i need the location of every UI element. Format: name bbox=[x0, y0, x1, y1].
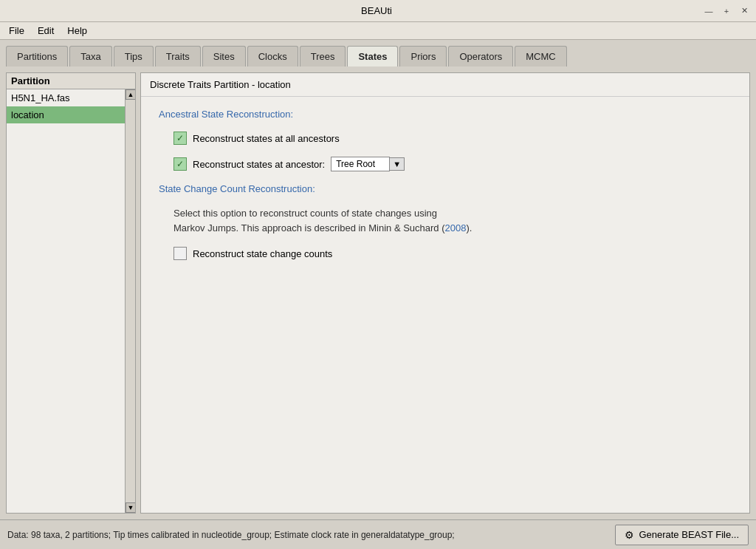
menu-bar: File Edit Help bbox=[0, 22, 756, 40]
generate-beast-button[interactable]: ⚙ Generate BEAST File... bbox=[615, 525, 749, 545]
checkbox-at-ancestor-label: Reconstruct states at ancestor: bbox=[193, 159, 325, 170]
close-button[interactable]: ✕ bbox=[738, 5, 750, 17]
minimize-button[interactable]: — bbox=[703, 5, 715, 17]
checkbox-row-3: Reconstruct state change counts bbox=[173, 247, 732, 260]
ancestor-dropdown-container: Tree Root ▼ bbox=[331, 157, 405, 171]
desc-line1: Select this option to reconstruct counts… bbox=[173, 208, 437, 219]
title-bar: BEAUti — + ✕ bbox=[0, 0, 756, 22]
tab-clocks[interactable]: Clocks bbox=[247, 46, 298, 67]
window-title: BEAUti bbox=[361, 5, 392, 16]
left-panel: Partition H5N1_HA.fas location ▲ ▼ bbox=[6, 72, 136, 514]
generate-btn-label: Generate BEAST File... bbox=[639, 529, 739, 540]
scroll-down-button[interactable]: ▼ bbox=[126, 502, 135, 513]
main-content: Partition H5N1_HA.fas location ▲ ▼ Discr… bbox=[0, 67, 756, 519]
partition-header-label: Partition bbox=[11, 75, 50, 86]
tab-tips[interactable]: Tips bbox=[114, 46, 154, 67]
tab-traits[interactable]: Traits bbox=[155, 46, 201, 67]
tab-states[interactable]: States bbox=[347, 46, 398, 67]
checkbox-at-ancestor[interactable]: ✓ bbox=[173, 157, 187, 171]
partition-item-location[interactable]: location bbox=[7, 106, 125, 123]
scroll-track[interactable] bbox=[126, 100, 135, 502]
ancestral-section-title: Ancestral State Reconstruction: bbox=[159, 109, 732, 120]
partition-header: Partition bbox=[7, 73, 135, 89]
tab-mcmc[interactable]: MCMC bbox=[515, 46, 566, 67]
discrete-traits-header: Discrete Traits Partition - location bbox=[141, 73, 749, 97]
state-change-section-title: State Change Count Reconstruction: bbox=[159, 183, 732, 194]
menu-edit[interactable]: Edit bbox=[32, 24, 60, 38]
partition-list: H5N1_HA.fas location bbox=[7, 89, 125, 513]
maximize-button[interactable]: + bbox=[721, 5, 732, 17]
tabs-bar: Partitions Taxa Tips Traits Sites Clocks… bbox=[0, 40, 756, 67]
menu-file[interactable]: File bbox=[3, 24, 30, 38]
left-scrollbar[interactable]: ▲ ▼ bbox=[125, 89, 135, 513]
status-text: Data: 98 taxa, 2 partitions; Tip times c… bbox=[7, 530, 455, 540]
scroll-up-button[interactable]: ▲ bbox=[126, 89, 135, 100]
discrete-traits-title: Discrete Traits Partition - location bbox=[150, 79, 291, 90]
ancestor-dropdown-arrow[interactable]: ▼ bbox=[390, 157, 405, 171]
status-bar: Data: 98 taxa, 2 partitions; Tip times c… bbox=[0, 519, 756, 549]
tab-partitions[interactable]: Partitions bbox=[6, 46, 68, 67]
tab-sites[interactable]: Sites bbox=[202, 46, 246, 67]
menu-help[interactable]: Help bbox=[61, 24, 93, 38]
ancestor-dropdown-value[interactable]: Tree Root bbox=[331, 157, 390, 171]
tab-taxa[interactable]: Taxa bbox=[69, 46, 111, 67]
checkbox-state-change-counts[interactable] bbox=[173, 247, 187, 260]
window-controls[interactable]: — + ✕ bbox=[703, 5, 750, 17]
desc-line2: Markov Jumps. This approach is described… bbox=[173, 222, 445, 233]
desc-end: ). bbox=[466, 222, 472, 233]
checkbox-all-ancestors-label: Reconstruct states at all ancestors bbox=[193, 133, 340, 144]
gear-icon: ⚙ bbox=[625, 529, 634, 541]
checkbox-row-2: ✓ Reconstruct states at ancestor: Tree R… bbox=[173, 157, 732, 171]
state-change-description: Select this option to reconstruct counts… bbox=[173, 206, 528, 235]
tab-priors[interactable]: Priors bbox=[399, 46, 447, 67]
tab-trees[interactable]: Trees bbox=[300, 46, 346, 67]
checkbox-all-ancestors[interactable]: ✓ bbox=[173, 132, 187, 145]
checkbox-row-1: ✓ Reconstruct states at all ancestors bbox=[173, 132, 732, 145]
desc-link[interactable]: 2008 bbox=[445, 222, 467, 233]
checkbox-state-change-label: Reconstruct state change counts bbox=[193, 248, 332, 259]
right-panel: Discrete Traits Partition - location Anc… bbox=[140, 72, 750, 514]
tab-operators[interactable]: Operators bbox=[448, 46, 513, 67]
partition-item-h5n1[interactable]: H5N1_HA.fas bbox=[7, 89, 125, 106]
